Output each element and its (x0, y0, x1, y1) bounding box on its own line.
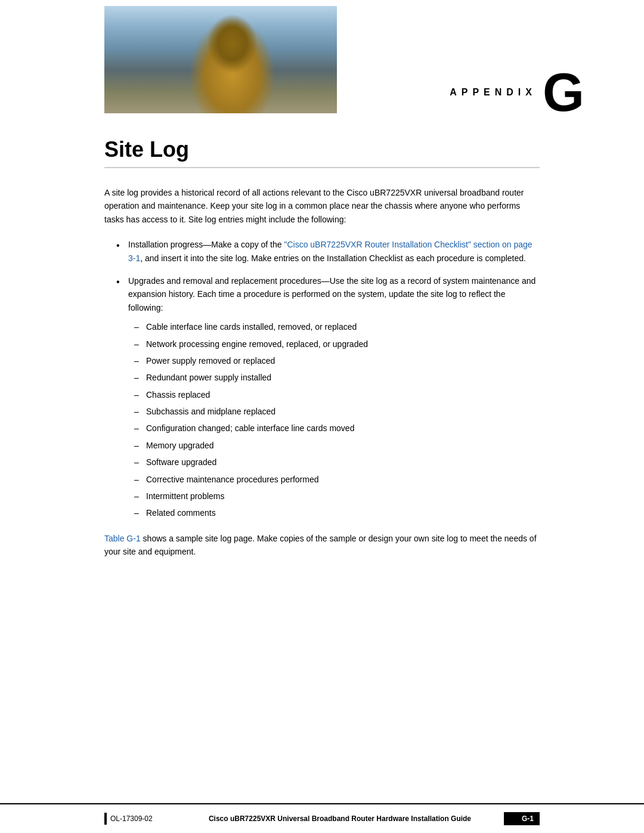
person-photo (104, 6, 337, 113)
appendix-text: APPENDIX (450, 87, 537, 98)
footer-left: OL-17309-02 (104, 813, 176, 825)
sub-list-item: Related comments (134, 506, 540, 519)
sub-list-item: Software upgraded (134, 456, 540, 469)
bullet-prefix-1: Installation progress—Make a copy of the (128, 240, 284, 249)
sub-list-item: Chassis replaced (134, 388, 540, 401)
footer-doc-number: OL-17309-02 (110, 815, 153, 823)
table-g1-link[interactable]: Table G-1 (104, 534, 141, 543)
content-area: Site Log A site log provides a historica… (0, 131, 644, 559)
sub-list-item: Memory upgraded (134, 439, 540, 452)
bullet-prefix-2: Upgrades and removal and replacement pro… (128, 276, 535, 312)
sub-bullet-list: Cable interface line cards installed, re… (134, 320, 540, 520)
footer-bar (104, 813, 107, 825)
header-area: APPENDIX G (0, 0, 644, 131)
footer-title: Cisco uBR7225VXR Universal Broadband Rou… (209, 815, 471, 823)
sub-list-item: Subchassis and midplane replaced (134, 405, 540, 418)
sub-list-item: Redundant power supply installed (134, 371, 540, 384)
intro-paragraph: A site log provides a historical record … (104, 186, 540, 226)
footer-center: Cisco uBR7225VXR Universal Broadband Rou… (176, 815, 504, 823)
page-container: APPENDIX G Site Log A site log provides … (0, 0, 644, 833)
title-rule (104, 167, 540, 168)
closing-text: shows a sample site log page. Make copie… (104, 534, 537, 556)
appendix-label: APPENDIX G (450, 66, 584, 119)
sub-list-item: Corrective maintenance procedures perfor… (134, 473, 540, 486)
sub-list-item: Configuration changed; cable interface l… (134, 422, 540, 435)
list-item: Installation progress—Make a copy of the… (116, 238, 540, 265)
sub-list-item: Intermittent problems (134, 490, 540, 503)
footer-page: G-1 (504, 812, 540, 825)
list-item: Upgrades and removal and replacement pro… (116, 274, 540, 520)
appendix-letter: G (543, 66, 584, 119)
sub-list-item: Network processing engine removed, repla… (134, 337, 540, 351)
closing-paragraph: Table G-1 shows a sample site log page. … (104, 532, 540, 559)
header-image (104, 6, 337, 113)
bullet-suffix-1: , and insert it into the site log. Make … (140, 253, 526, 263)
sub-list-item: Power supply removed or replaced (134, 354, 540, 367)
footer: OL-17309-02 Cisco uBR7225VXR Universal B… (0, 803, 644, 833)
bullet-list: Installation progress—Make a copy of the… (116, 238, 540, 520)
sub-list-item: Cable interface line cards installed, re… (134, 320, 540, 333)
page-title: Site Log (104, 137, 540, 162)
